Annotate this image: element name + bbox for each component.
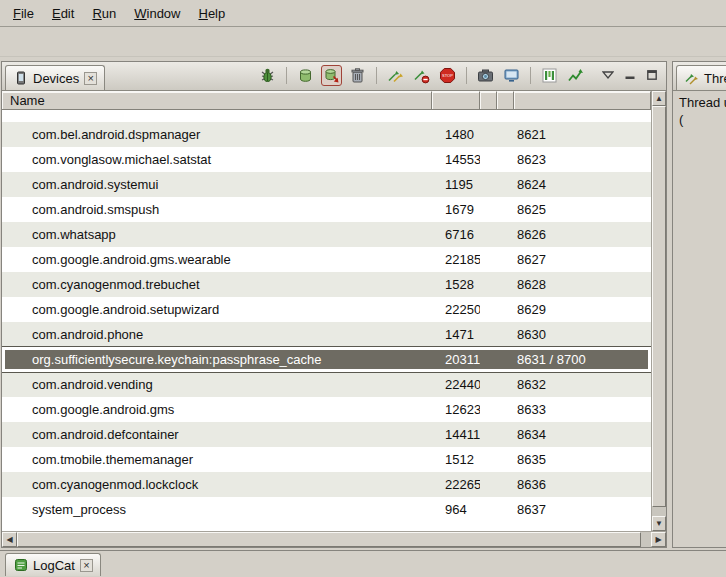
- process-name: com.google.android.gms.wearable: [2, 252, 432, 267]
- vertical-scrollbar[interactable]: ▲ ▼: [651, 91, 666, 531]
- process-name: com.android.phone: [2, 327, 432, 342]
- table-row[interactable]: org.sufficientlysecure.keychain:passphra…: [2, 347, 651, 372]
- process-pid: 1471: [432, 327, 480, 342]
- tab-threads-label: Threads: [704, 71, 726, 86]
- tab-threads[interactable]: Threads: [676, 65, 726, 90]
- svg-text:STOP: STOP: [442, 73, 453, 78]
- process-pid: 22185: [432, 252, 480, 267]
- scroll-up-icon[interactable]: ▲: [652, 91, 666, 106]
- menubar: File Edit Run Window Help: [0, 0, 726, 27]
- process-pid: 1679: [432, 202, 480, 217]
- process-port: 8635: [508, 452, 651, 467]
- devices-tabbar: Devices ×: [2, 62, 666, 91]
- tab-logcat[interactable]: LogCat ×: [5, 553, 101, 576]
- process-name: com.android.smspush: [2, 202, 432, 217]
- table-row[interactable]: com.bel.android.dspmanager 1480 8621: [2, 122, 651, 147]
- method-profiling-icon[interactable]: [411, 65, 432, 86]
- process-port: 8626: [508, 227, 651, 242]
- eclipse-window: File Edit Run Window Help Devices ×: [0, 0, 726, 577]
- process-name: com.whatsapp: [2, 227, 432, 242]
- process-pid: 22440: [432, 377, 480, 392]
- process-pid: 22250: [432, 302, 480, 317]
- table-row[interactable]: com.android.phone 1471 8630: [2, 322, 651, 347]
- menu-edit[interactable]: Edit: [43, 2, 83, 25]
- devices-toolbar: STOP: [257, 62, 666, 90]
- process-pid: 14411: [432, 427, 480, 442]
- table-row[interactable]: com.vonglasow.michael.satstat 14553 8623: [2, 147, 651, 172]
- table-row[interactable]: com.google.android.setupwizard 22250 862…: [2, 297, 651, 322]
- logcat-icon: [13, 558, 28, 573]
- process-pid: 1512: [432, 452, 480, 467]
- table-row[interactable]: com.android.smspush 1679 8625: [2, 197, 651, 222]
- screen-capture-icon[interactable]: [475, 65, 496, 86]
- devices-view: Devices ×: [1, 61, 667, 548]
- process-port: 8636: [508, 477, 651, 492]
- table-row[interactable]: com.google.android.gms.wearable 22185 86…: [2, 247, 651, 272]
- table-row[interactable]: com.whatsapp 6716 8626: [2, 222, 651, 247]
- process-name: org.sufficientlysecure.keychain:passphra…: [2, 352, 432, 367]
- threads-message-line1: Thread up: [679, 94, 726, 111]
- vertical-scrollbar-thumb[interactable]: [652, 106, 666, 507]
- bottom-view-bar: LogCat ×: [0, 550, 726, 577]
- table-row[interactable]: com.android.systemui 1195 8624: [2, 172, 651, 197]
- process-pid: 12623: [432, 402, 480, 417]
- scroll-right-icon[interactable]: ▶: [651, 532, 666, 547]
- tab-devices[interactable]: Devices ×: [5, 65, 105, 90]
- toolbar-separator: [530, 67, 531, 84]
- process-name: com.android.defcontainer: [2, 427, 432, 442]
- threads-message: Thread up (: [673, 91, 726, 128]
- view-menu-icon[interactable]: [599, 67, 616, 84]
- horizontal-scrollbar-thumb[interactable]: [17, 532, 641, 547]
- dump-hprof-icon[interactable]: [321, 65, 342, 86]
- process-port: 8625: [508, 202, 651, 217]
- process-pid: 22265: [432, 477, 480, 492]
- debug-process-icon[interactable]: [257, 65, 278, 86]
- menu-file[interactable]: File: [4, 2, 43, 25]
- process-pid: 6716: [432, 227, 480, 242]
- table-header: Name: [2, 91, 651, 110]
- menu-help[interactable]: Help: [189, 2, 234, 25]
- process-pid: 1480: [432, 127, 480, 142]
- cause-gc-icon[interactable]: [347, 65, 368, 86]
- systrace-icon[interactable]: [539, 65, 560, 86]
- screen-record-icon[interactable]: [501, 65, 522, 86]
- column-header-name[interactable]: Name: [2, 91, 432, 110]
- table-row[interactable]: com.google.android.gms 12623 8633: [2, 397, 651, 422]
- column-header-pid[interactable]: [432, 91, 480, 110]
- table-row[interactable]: system_process 964 8637: [2, 497, 651, 522]
- minimize-icon[interactable]: [621, 67, 638, 84]
- opengl-trace-icon[interactable]: [565, 65, 586, 86]
- update-threads-icon[interactable]: [385, 65, 406, 86]
- table-row[interactable]: com.android.defcontainer 14411 8634: [2, 422, 651, 447]
- menu-run[interactable]: Run: [83, 2, 125, 25]
- device-icon: [13, 71, 28, 86]
- process-name: com.android.systemui: [2, 177, 432, 192]
- process-name: com.android.vending: [2, 377, 432, 392]
- threads-tabbar: Threads: [673, 62, 726, 91]
- process-name: com.tmobile.thememanager: [2, 452, 432, 467]
- process-name: com.google.android.setupwizard: [2, 302, 432, 317]
- process-pid: 1195: [432, 177, 480, 192]
- process-name: com.bel.android.dspmanager: [2, 127, 432, 142]
- process-name: system_process: [2, 502, 432, 517]
- maximize-icon[interactable]: [643, 67, 660, 84]
- column-header-empty[interactable]: [480, 91, 497, 110]
- table-row[interactable]: com.android.vending 22440 8632: [2, 372, 651, 397]
- table-row[interactable]: com.cyanogenmod.lockclock 22265 8636: [2, 472, 651, 497]
- column-header-port[interactable]: [514, 91, 651, 110]
- process-port: 8624: [508, 177, 651, 192]
- scroll-down-icon[interactable]: ▼: [652, 516, 666, 531]
- process-name: com.cyanogenmod.trebuchet: [2, 277, 432, 292]
- close-icon[interactable]: ×: [84, 72, 97, 85]
- table-row[interactable]: com.cyanogenmod.trebuchet 1528 8628: [2, 272, 651, 297]
- update-heap-icon[interactable]: [295, 65, 316, 86]
- stop-process-icon[interactable]: STOP: [437, 65, 458, 86]
- process-port: 8633: [508, 402, 651, 417]
- menu-window[interactable]: Window: [125, 2, 189, 25]
- table-row[interactable]: com.tmobile.thememanager 1512 8635: [2, 447, 651, 472]
- close-icon[interactable]: ×: [80, 559, 93, 572]
- horizontal-scrollbar[interactable]: ◀ ▶: [2, 531, 666, 547]
- column-header-empty[interactable]: [497, 91, 514, 110]
- scroll-left-icon[interactable]: ◀: [2, 532, 17, 547]
- process-port: 8621: [508, 127, 651, 142]
